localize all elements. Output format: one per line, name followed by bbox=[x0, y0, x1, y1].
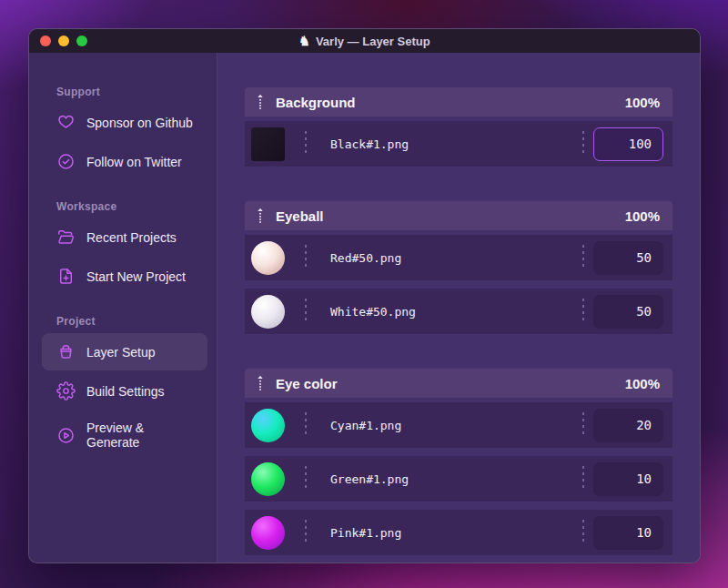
sidebar-item-label: Build Settings bbox=[86, 384, 165, 399]
dotted-divider bbox=[305, 466, 307, 492]
dotted-divider bbox=[582, 520, 584, 545]
layer-group-title: Eye color bbox=[276, 376, 616, 391]
dotted-divider bbox=[305, 520, 307, 545]
layer-thumbnail bbox=[251, 295, 285, 329]
sidebar-item-layer-setup[interactable]: Layer Setup bbox=[42, 333, 207, 370]
app-window: ♞ Varly — Layer Setup SupportSponsor on … bbox=[28, 28, 701, 563]
layer-opacity-input[interactable] bbox=[593, 516, 663, 550]
dotted-divider bbox=[305, 412, 307, 438]
layer-group-opacity: 100% bbox=[625, 376, 660, 391]
layer-opacity-input[interactable] bbox=[593, 241, 663, 275]
file-plus-icon bbox=[56, 267, 76, 286]
sidebar-item-preview-generate[interactable]: Preview & Generate bbox=[42, 411, 207, 459]
minimize-button[interactable] bbox=[58, 35, 69, 46]
layer-group-background: Background100%Black#1.png bbox=[245, 87, 672, 167]
sidebar-item-start-new-project[interactable]: Start New Project bbox=[42, 258, 207, 295]
window-title: ♞ Varly — Layer Setup bbox=[29, 35, 700, 48]
layer-row[interactable]: Green#1.png bbox=[245, 456, 672, 502]
dotted-divider bbox=[582, 131, 584, 157]
layer-row[interactable]: White#50.png bbox=[245, 289, 672, 334]
layer-group-header[interactable]: Eye color100% bbox=[245, 369, 672, 398]
sidebar-item-follow-on-twitter[interactable]: Follow on Twitter bbox=[42, 143, 207, 180]
window-title-text: Varly — Layer Setup bbox=[316, 35, 430, 48]
layer-filename: Cyan#1.png bbox=[330, 419, 582, 432]
unicorn-icon: ♞ bbox=[298, 35, 310, 47]
sidebar-item-label: Preview & Generate bbox=[86, 421, 198, 450]
dotted-divider bbox=[582, 412, 584, 438]
dotted-divider bbox=[582, 245, 584, 270]
layer-thumbnail bbox=[251, 241, 285, 275]
layer-box-icon bbox=[56, 342, 76, 361]
layer-row[interactable]: Pink#1.png bbox=[245, 510, 672, 555]
layer-group-eye-color: Eye color100%Cyan#1.pngGreen#1.pngPink#1… bbox=[245, 369, 672, 555]
folder-open-icon bbox=[56, 228, 76, 247]
gear-icon bbox=[56, 381, 76, 400]
sidebar-item-recent-projects[interactable]: Recent Projects bbox=[42, 218, 207, 256]
layer-group-header[interactable]: Background100% bbox=[245, 87, 672, 117]
sidebar-item-label: Follow on Twitter bbox=[86, 155, 182, 169]
sidebar-item-label: Sponsor on Github bbox=[86, 116, 193, 130]
layer-filename: Red#50.png bbox=[330, 251, 582, 265]
sidebar-section-label-workspace: Workspace bbox=[42, 200, 207, 217]
sidebar-item-sponsor-on-github[interactable]: Sponsor on Github bbox=[42, 104, 207, 141]
titlebar[interactable]: ♞ Varly — Layer Setup bbox=[29, 29, 700, 53]
heart-icon bbox=[56, 113, 76, 132]
layer-opacity-input[interactable] bbox=[593, 462, 663, 496]
dotted-divider bbox=[305, 245, 307, 270]
zoom-button[interactable] bbox=[76, 35, 87, 46]
layer-group-title: Eyeball bbox=[276, 208, 616, 224]
dotted-divider bbox=[582, 299, 584, 324]
layer-thumbnail bbox=[251, 462, 285, 496]
layer-row[interactable]: Red#50.png bbox=[245, 235, 672, 280]
layer-group-title: Background bbox=[276, 95, 616, 110]
sidebar-item-label: Layer Setup bbox=[86, 345, 156, 360]
sidebar-item-label: Start New Project bbox=[86, 269, 186, 284]
sidebar-section-label-support: Support bbox=[42, 86, 207, 102]
layer-thumbnail bbox=[251, 127, 285, 161]
verified-badge-icon bbox=[56, 152, 76, 171]
layer-thumbnail bbox=[251, 516, 285, 550]
layer-opacity-input[interactable] bbox=[593, 409, 663, 442]
layer-row[interactable]: Black#1.png bbox=[245, 121, 672, 167]
layer-group-eyeball: Eyeball100%Red#50.pngWhite#50.png bbox=[245, 201, 672, 334]
layer-setup-panel: Background100%Black#1.pngEyeball100%Red#… bbox=[217, 53, 700, 563]
layer-row[interactable]: Cyan#1.png bbox=[245, 402, 672, 448]
layer-filename: Green#1.png bbox=[330, 472, 582, 486]
close-button[interactable] bbox=[40, 35, 51, 46]
drag-handle-icon bbox=[254, 374, 267, 392]
drag-handle-icon bbox=[254, 93, 267, 111]
play-circle-icon bbox=[56, 426, 76, 445]
layer-group-opacity: 100% bbox=[625, 208, 660, 224]
dotted-divider bbox=[305, 299, 307, 324]
layer-opacity-input[interactable] bbox=[593, 295, 663, 329]
layer-group-opacity: 100% bbox=[625, 95, 660, 110]
dotted-divider bbox=[582, 466, 584, 492]
sidebar-item-build-settings[interactable]: Build Settings bbox=[42, 372, 207, 410]
sidebar-section-label-project: Project bbox=[42, 315, 207, 331]
sidebar: SupportSponsor on GithubFollow on Twitte… bbox=[29, 53, 217, 563]
layer-filename: Black#1.png bbox=[330, 137, 582, 151]
layer-filename: Pink#1.png bbox=[330, 526, 582, 540]
layer-opacity-input[interactable] bbox=[593, 127, 663, 161]
layer-group-header[interactable]: Eyeball100% bbox=[245, 201, 672, 230]
layer-thumbnail bbox=[251, 409, 285, 442]
layer-filename: White#50.png bbox=[330, 305, 582, 319]
sidebar-item-label: Recent Projects bbox=[86, 230, 177, 245]
traffic-lights bbox=[40, 35, 87, 46]
drag-handle-icon bbox=[254, 207, 267, 225]
dotted-divider bbox=[305, 131, 307, 157]
